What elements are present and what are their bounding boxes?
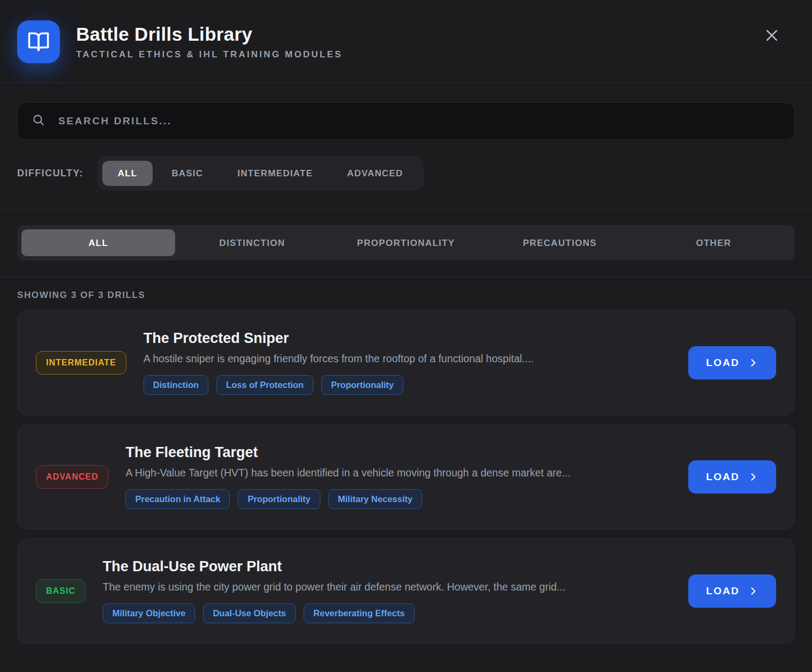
difficulty-filter-row: DIFFICULTY: ALLBASICINTERMEDIATEADVANCED: [17, 156, 795, 191]
drill-description: A hostile sniper is engaging friendly fo…: [144, 353, 672, 365]
drill-tag: Precaution in Attack: [125, 489, 230, 509]
chevron-right-icon: [748, 357, 758, 368]
page-subtitle: TACTICAL ETHICS & IHL TRAINING MODULES: [76, 50, 342, 59]
load-button[interactable]: LOAD: [688, 574, 776, 608]
category-tab-distinction[interactable]: DISTINCTION: [175, 229, 329, 256]
drill-card: ADVANCED The Fleeting Target A High-Valu…: [17, 424, 795, 529]
category-tab-proportionality[interactable]: PROPORTIONALITY: [329, 229, 483, 256]
drill-tags: DistinctionLoss of ProtectionProportiona…: [144, 375, 672, 395]
page-title: Battle Drills Library: [76, 25, 342, 43]
drill-card: BASIC The Dual-Use Power Plant The enemy…: [17, 539, 795, 644]
difficulty-option-intermediate[interactable]: INTERMEDIATE: [222, 161, 328, 186]
drill-tag: Distinction: [144, 375, 208, 395]
drill-content: The Protected Sniper A hostile sniper is…: [144, 331, 672, 395]
drill-list-section: SHOWING 3 OF 3 DRILLS INTERMEDIATE The P…: [0, 277, 812, 653]
drill-card: INTERMEDIATE The Protected Sniper A host…: [17, 310, 795, 415]
difficulty-badge: ADVANCED: [36, 465, 108, 489]
difficulty-badge: INTERMEDIATE: [36, 351, 126, 375]
drill-list: INTERMEDIATE The Protected Sniper A host…: [17, 310, 795, 644]
category-tab-other[interactable]: OTHER: [637, 229, 791, 256]
drill-tag: Proportionality: [238, 489, 320, 509]
drill-tag: Dual-Use Objects: [203, 603, 296, 623]
load-button-label: LOAD: [706, 585, 740, 597]
battle-drills-library-modal: Battle Drills Library TACTICAL ETHICS & …: [0, 0, 812, 672]
close-button[interactable]: [758, 22, 785, 50]
difficulty-badge: BASIC: [36, 579, 86, 603]
drill-tag: Military Necessity: [328, 489, 422, 509]
results-summary: SHOWING 3 OF 3 DRILLS: [17, 290, 795, 301]
drill-tags: Precaution in AttackProportionalityMilit…: [125, 489, 671, 509]
drill-title: The Dual-Use Power Plant: [103, 559, 672, 575]
chevron-right-icon: [748, 472, 758, 482]
difficulty-option-advanced[interactable]: ADVANCED: [332, 161, 419, 186]
header-titles: Battle Drills Library TACTICAL ETHICS & …: [76, 25, 342, 59]
category-tabs-section: ALLDISTINCTIONPROPORTIONALITYPRECAUTIONS…: [0, 210, 812, 277]
controls-section: DIFFICULTY: ALLBASICINTERMEDIATEADVANCED: [0, 83, 812, 209]
search-input[interactable]: [57, 115, 780, 128]
load-button[interactable]: LOAD: [688, 346, 776, 379]
difficulty-group: ALLBASICINTERMEDIATEADVANCED: [97, 156, 424, 191]
category-tab-all[interactable]: ALL: [21, 229, 175, 256]
load-button[interactable]: LOAD: [688, 460, 776, 494]
search-bar: [17, 102, 795, 140]
drill-content: The Fleeting Target A High-Value Target …: [125, 445, 671, 509]
drill-tags: Military ObjectiveDual-Use ObjectsReverb…: [103, 603, 672, 623]
drill-tag: Proportionality: [321, 375, 403, 395]
difficulty-label: DIFFICULTY:: [17, 168, 84, 179]
difficulty-option-basic[interactable]: BASIC: [156, 161, 219, 186]
drill-tag: Loss of Protection: [216, 375, 313, 395]
category-tabs: ALLDISTINCTIONPROPORTIONALITYPRECAUTIONS…: [17, 225, 795, 260]
close-icon: [764, 27, 780, 45]
drill-description: The enemy is using the city power grid t…: [103, 581, 672, 593]
category-tab-precautions[interactable]: PRECAUTIONS: [483, 229, 637, 256]
load-button-label: LOAD: [706, 471, 740, 483]
drill-title: The Fleeting Target: [125, 445, 671, 461]
drill-tag: Reverberating Effects: [304, 603, 415, 623]
difficulty-option-all[interactable]: ALL: [102, 161, 153, 186]
chevron-right-icon: [748, 586, 758, 596]
drill-description: A High-Value Target (HVT) has been ident…: [125, 467, 671, 479]
load-button-label: LOAD: [706, 357, 740, 369]
drill-tag: Military Objective: [103, 603, 196, 623]
open-book-icon: [17, 20, 60, 63]
drill-content: The Dual-Use Power Plant The enemy is us…: [103, 559, 672, 623]
search-icon: [32, 113, 46, 129]
modal-header: Battle Drills Library TACTICAL ETHICS & …: [0, 0, 812, 83]
drill-title: The Protected Sniper: [144, 331, 672, 347]
